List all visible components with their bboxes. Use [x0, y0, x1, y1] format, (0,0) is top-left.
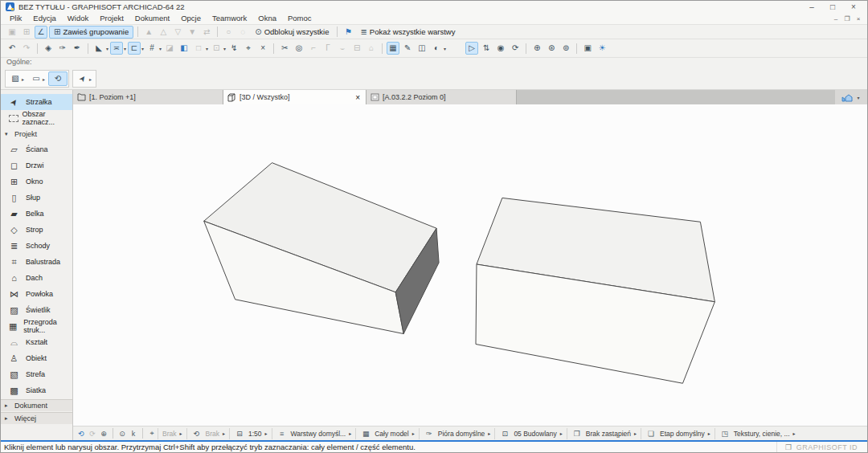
- menu-edycja[interactable]: Edycja: [27, 13, 62, 24]
- close-button[interactable]: ×: [843, 2, 864, 13]
- close-tab-icon[interactable]: ×: [354, 93, 362, 102]
- menu-pomoc[interactable]: Pomoc: [282, 13, 317, 24]
- sun-settings-icon[interactable]: ☀: [596, 42, 608, 55]
- bring-forward-icon[interactable]: △: [157, 26, 170, 39]
- measure-icon[interactable]: ⌖: [242, 42, 255, 55]
- perspective-icon[interactable]: ⊕: [530, 42, 543, 55]
- tool-window[interactable]: ⊞Okno: [1, 173, 72, 190]
- tool-arrow[interactable]: ➤Strzałka: [1, 94, 72, 110]
- tool-skylight[interactable]: ▨Świetlik: [1, 302, 72, 318]
- inject-parameters-icon[interactable]: ✒: [71, 42, 84, 55]
- reset-order-icon[interactable]: ⇄: [200, 26, 213, 39]
- home-view-button[interactable]: ▾: [835, 90, 867, 104]
- grid-snap-icon[interactable]: #: [145, 42, 158, 55]
- tab-layout[interactable]: [A.03.2.2 Poziom 0]: [366, 90, 517, 104]
- chevron-down-icon[interactable]: ▾: [141, 46, 144, 51]
- fillet-icon[interactable]: ⌣: [336, 42, 349, 55]
- tool-shell[interactable]: ⋈Powłoka: [1, 286, 72, 302]
- walk-small-icon[interactable]: k: [128, 430, 139, 438]
- expand-icon[interactable]: ▸: [5, 402, 11, 409]
- menu-projekt[interactable]: Projekt: [94, 13, 129, 24]
- layer-settings-icon[interactable]: ⚑: [342, 26, 354, 39]
- chevron-down-icon[interactable]: ▾: [159, 46, 162, 51]
- marquee-options-button[interactable]: ▧▸: [6, 71, 27, 86]
- show-all-layers-button[interactable]: ≣Pokaż wszystkie warstwy: [356, 26, 459, 39]
- tool-curtain-wall[interactable]: ▦Przegroda struk...: [1, 318, 72, 334]
- orbit-button-icon[interactable]: ⟲: [51, 72, 64, 85]
- flyout-arrow-icon[interactable]: ▸: [179, 431, 182, 436]
- tab-floor-plan[interactable]: [1. Poziom +1]: [73, 90, 223, 104]
- redo-icon[interactable]: ↷: [20, 42, 33, 55]
- model-view-combo[interactable]: ▦Cały model▸: [355, 428, 419, 439]
- tool-railing[interactable]: ⌗Balustrada: [1, 254, 72, 270]
- flyout-arrow-icon[interactable]: ▸: [560, 431, 563, 436]
- tool-mesh[interactable]: ▩Siatka: [1, 382, 72, 398]
- mdi-close-button[interactable]: ×: [853, 15, 864, 22]
- drag-mode-icon[interactable]: ◈: [42, 42, 55, 55]
- intersect-icon[interactable]: Γ: [321, 42, 334, 55]
- flyout-arrow-icon[interactable]: ▸: [223, 431, 225, 436]
- quick-renovation-combo[interactable]: ⟲Brak▸: [186, 428, 230, 439]
- arrow-tool-button[interactable]: ➤▸: [74, 71, 95, 86]
- chevron-down-icon[interactable]: ▾: [124, 46, 126, 51]
- frame-select-icon[interactable]: □: [192, 42, 205, 55]
- 3d-style-combo[interactable]: ◳Tekstury, cienie, ...▸: [714, 428, 800, 439]
- chevron-down-icon[interactable]: ▾: [206, 46, 208, 51]
- autogroup-toggle-icon[interactable]: ∠: [35, 26, 47, 39]
- unlock-selection-icon[interactable]: ◌: [236, 26, 249, 39]
- camera-settings-icon[interactable]: ⊚: [559, 42, 572, 55]
- filter-elements-icon[interactable]: ◫: [416, 42, 428, 55]
- selection-options-button[interactable]: ▭▸: [27, 71, 48, 86]
- pick-up-parameters-icon[interactable]: ✑: [56, 42, 69, 55]
- add-camera-icon[interactable]: ⊛: [545, 42, 558, 55]
- suspend-groups-toggle[interactable]: ⊞Zawieś grupowanie: [49, 26, 133, 39]
- chevron-down-icon[interactable]: ▾: [444, 46, 446, 51]
- lock-selection-icon[interactable]: ○: [222, 26, 235, 39]
- tool-roof[interactable]: ⌂Dach: [1, 270, 72, 286]
- send-to-back-icon[interactable]: ▼: [186, 26, 199, 39]
- flyout-arrow-icon[interactable]: ▸: [488, 431, 490, 436]
- send-backward-icon[interactable]: ▽: [171, 26, 184, 39]
- flyout-arrow-icon[interactable]: ▸: [265, 431, 268, 436]
- graphisoft-id-button[interactable]: ❐ GRAPHISOFT ID: [776, 442, 867, 452]
- snap-guides-icon[interactable]: ≍: [110, 42, 123, 55]
- selection-options-button-icon[interactable]: ▭: [30, 72, 43, 85]
- group-dokument[interactable]: ▸Dokument: [1, 399, 72, 411]
- menu-okna[interactable]: Okna: [252, 13, 282, 24]
- menu-dokument[interactable]: Dokument: [129, 13, 175, 24]
- collapse-icon[interactable]: ▾: [5, 131, 11, 137]
- flyout-arrow-icon[interactable]: ▸: [634, 431, 637, 436]
- shadows-icon[interactable]: ◐: [430, 42, 443, 55]
- tool-morph[interactable]: ⌓Kształt: [1, 334, 72, 350]
- menu-teamwork[interactable]: Teamwork: [207, 13, 252, 24]
- magic-wand-icon[interactable]: ↯: [227, 42, 240, 55]
- tool-object[interactable]: ♙Obiekt: [1, 350, 72, 366]
- orbit-button[interactable]: ⟲: [48, 71, 68, 86]
- layer-combination-combo[interactable]: ≡Warstwy domyśl...▸: [272, 428, 356, 439]
- zoom-back-icon[interactable]: ⟲: [76, 430, 87, 438]
- trim-icon[interactable]: ⌐: [307, 42, 320, 55]
- graphic-overrides-combo[interactable]: ❐Brak zastąpień▸: [567, 428, 641, 439]
- look-around-icon[interactable]: ◉: [494, 42, 507, 55]
- tool-column[interactable]: ▯Słup: [1, 190, 72, 206]
- tool-slab[interactable]: ◇Strop: [1, 222, 72, 238]
- walk-mode-icon[interactable]: ⇅: [480, 42, 493, 55]
- unlock-all-button[interactable]: ⊙Odblokuj wszystkie: [251, 26, 333, 39]
- marquee-3d-icon[interactable]: ▦: [387, 42, 399, 55]
- flyout-arrow-icon[interactable]: ▸: [22, 76, 24, 82]
- maximize-button[interactable]: □: [822, 2, 843, 13]
- viewport-canvas[interactable]: [73, 104, 867, 426]
- menu-plik[interactable]: Plik: [4, 13, 27, 24]
- flyout-arrow-icon[interactable]: ▸: [349, 431, 351, 436]
- cancel-icon[interactable]: ×: [256, 42, 269, 55]
- gravity-off-icon[interactable]: ◪: [163, 42, 176, 55]
- marquee-options-button-icon[interactable]: ▧: [9, 72, 22, 85]
- render-icon[interactable]: ▣: [581, 42, 594, 55]
- chevron-down-icon[interactable]: ▾: [223, 46, 226, 51]
- select-navigate-icon[interactable]: ▷: [465, 42, 478, 55]
- group-projekt[interactable]: ▾Projekt: [1, 126, 72, 141]
- tool-door[interactable]: ◻Drzwi: [1, 157, 72, 173]
- fit-in-window-icon[interactable]: ⌖: [146, 429, 158, 438]
- dimension-standard-combo[interactable]: ⊡05 Budowlany▸: [494, 428, 566, 439]
- zoom-forward-icon[interactable]: ⟳: [87, 430, 98, 438]
